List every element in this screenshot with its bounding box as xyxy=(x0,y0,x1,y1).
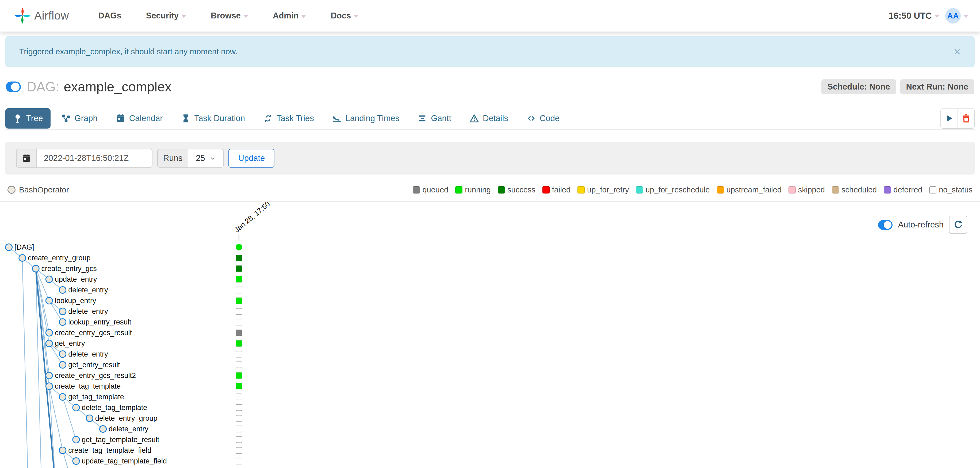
num-runs-select[interactable]: 25 xyxy=(188,149,224,168)
tab-task-tries[interactable]: Task Tries xyxy=(256,108,321,129)
legend-status-upstream-failed[interactable]: upstream_failed xyxy=(717,186,781,194)
task-status-square-running[interactable] xyxy=(236,383,242,389)
task-node-get-entry-result[interactable] xyxy=(59,362,66,368)
dag-pause-toggle[interactable] xyxy=(6,81,21,92)
task-status-square-no-status[interactable] xyxy=(236,437,242,443)
clock-menu[interactable]: 16:50 UTC xyxy=(889,11,939,21)
task-label[interactable]: get_tag_template_result xyxy=(82,436,159,444)
task-status-square-no-status[interactable] xyxy=(236,458,242,464)
task-label[interactable]: create_entry_group xyxy=(28,254,91,262)
task-label[interactable]: delete_entry xyxy=(108,425,148,433)
tab-task-duration[interactable]: Task Duration xyxy=(173,108,253,129)
task-label[interactable]: delete_entry xyxy=(68,286,108,294)
tab-gantt[interactable]: Gantt xyxy=(410,108,459,129)
task-label[interactable]: [DAG] xyxy=(14,243,34,251)
task-status-square-no-status[interactable] xyxy=(236,362,242,368)
task-status-square-no-status[interactable] xyxy=(236,394,242,400)
task-node-create-entry-gcs[interactable] xyxy=(32,265,39,272)
nav-menu-browse[interactable]: Browse xyxy=(211,11,248,21)
task-node-delete-entry[interactable] xyxy=(59,308,66,315)
airflow-brand[interactable]: Airflow xyxy=(14,7,69,24)
task-status-square-running[interactable] xyxy=(236,276,242,282)
task-status-square-no-status[interactable] xyxy=(236,447,242,454)
nav-menu-admin[interactable]: Admin xyxy=(273,11,306,21)
task-status-square-success[interactable] xyxy=(236,255,242,261)
task-status-square-no-status[interactable] xyxy=(236,351,242,357)
legend-status-scheduled[interactable]: scheduled xyxy=(832,186,877,194)
task-node-get-tag-template-result[interactable] xyxy=(73,436,80,443)
task-label[interactable]: create_entry_gcs_result2 xyxy=(55,371,136,379)
task-node-create-entry-group[interactable] xyxy=(19,255,25,262)
task-status-square-no-status[interactable] xyxy=(236,426,242,432)
task-label[interactable]: create_tag_template_field xyxy=(68,446,151,454)
task-label[interactable]: delete_entry xyxy=(68,307,108,316)
task-node-delete-entry-group[interactable] xyxy=(86,415,93,422)
legend-status-skipped[interactable]: skipped xyxy=(789,186,825,194)
task-status-square-no-status[interactable] xyxy=(236,308,242,314)
task-node-delete-entry[interactable] xyxy=(59,351,66,358)
tab-code[interactable]: Code xyxy=(519,108,567,129)
task-status-square-no-status[interactable] xyxy=(236,287,242,293)
task-status-square-running[interactable] xyxy=(236,341,242,347)
task-node-create-tag-template-field[interactable] xyxy=(59,447,66,454)
legend-status-no-status[interactable]: no_status xyxy=(929,186,972,194)
legend-status-running[interactable]: running xyxy=(455,186,491,194)
task-node-lookup-entry[interactable] xyxy=(46,297,52,304)
refresh-button[interactable] xyxy=(949,216,967,234)
task-node-update-tag-template-field[interactable] xyxy=(73,458,80,465)
legend-status-deferred[interactable]: deferred xyxy=(884,186,922,194)
nav-menu-dags[interactable]: DAGs xyxy=(99,11,121,21)
task-status-square-queued[interactable] xyxy=(236,330,242,336)
legend-status-failed[interactable]: failed xyxy=(542,186,571,194)
task-label[interactable]: lookup_entry xyxy=(55,297,96,305)
task-label[interactable]: get_entry_result xyxy=(68,361,120,369)
task-status-square-success[interactable] xyxy=(236,266,242,272)
legend-status-up-for-reschedule[interactable]: up_for_reschedule xyxy=(636,186,710,194)
nav-menu-docs[interactable]: Docs xyxy=(331,11,358,21)
task-label[interactable]: lookup_entry_result xyxy=(68,318,131,326)
task-node-lookup-entry-result[interactable] xyxy=(59,319,66,325)
task-label[interactable]: delete_entry xyxy=(68,350,108,358)
task-label[interactable]: create_entry_gcs xyxy=(41,265,97,273)
close-icon[interactable]: × xyxy=(953,46,961,58)
tab-details[interactable]: Details xyxy=(462,108,515,129)
run-date-label[interactable]: Jan 28, 17:50 xyxy=(233,202,272,234)
update-button[interactable]: Update xyxy=(228,149,274,168)
task-label[interactable]: delete_entry_group xyxy=(95,414,158,422)
task-label[interactable]: update_entry xyxy=(55,275,97,283)
base-date-input[interactable] xyxy=(37,149,153,168)
task-node-delete-entry[interactable] xyxy=(59,287,66,293)
task-node-delete-tag-template[interactable] xyxy=(73,405,80,411)
task-label[interactable]: create_entry_gcs_result xyxy=(55,329,132,337)
legend-status-up-for-retry[interactable]: up_for_retry xyxy=(578,186,629,194)
delete-dag-button[interactable] xyxy=(958,108,974,128)
legend-status-queued[interactable]: queued xyxy=(413,186,448,194)
task-node-get-entry[interactable] xyxy=(46,340,52,347)
task-status-square-no-status[interactable] xyxy=(236,319,242,325)
task-label[interactable]: get_tag_template xyxy=(68,393,124,401)
task-node-get-tag-template[interactable] xyxy=(59,394,66,400)
task-status-square-running[interactable] xyxy=(236,298,242,304)
task-label[interactable]: delete_tag_template xyxy=(82,404,147,412)
tab-graph[interactable]: Graph xyxy=(54,108,105,129)
task-node-create-entry-gcs-result[interactable] xyxy=(46,330,52,336)
task-status-square-no-status[interactable] xyxy=(236,405,242,411)
task-node-create-entry-gcs-result2[interactable] xyxy=(46,372,52,379)
task-node-create-tag-template[interactable] xyxy=(46,383,52,390)
task-status-square-no-status[interactable] xyxy=(236,416,242,422)
task-node-dag[interactable] xyxy=(6,244,12,251)
task-label[interactable]: create_tag_template xyxy=(55,382,121,390)
user-menu[interactable]: AA xyxy=(945,8,968,24)
task-label[interactable]: get_entry xyxy=(55,339,85,347)
task-node-update-entry[interactable] xyxy=(46,276,52,283)
task-label[interactable]: update_tag_template_field xyxy=(82,457,167,465)
task-node-delete-entry[interactable] xyxy=(100,426,107,432)
tab-tree[interactable]: Tree xyxy=(5,108,51,129)
trigger-dag-button[interactable] xyxy=(941,108,958,128)
auto-refresh-toggle[interactable] xyxy=(878,220,892,230)
dag-run-status-circle[interactable] xyxy=(236,244,242,251)
nav-menu-security[interactable]: Security xyxy=(146,11,186,21)
tab-calendar[interactable]: Calendar xyxy=(108,108,170,129)
tab-landing-times[interactable]: Landing Times xyxy=(325,108,407,129)
legend-status-success[interactable]: success xyxy=(498,186,536,194)
